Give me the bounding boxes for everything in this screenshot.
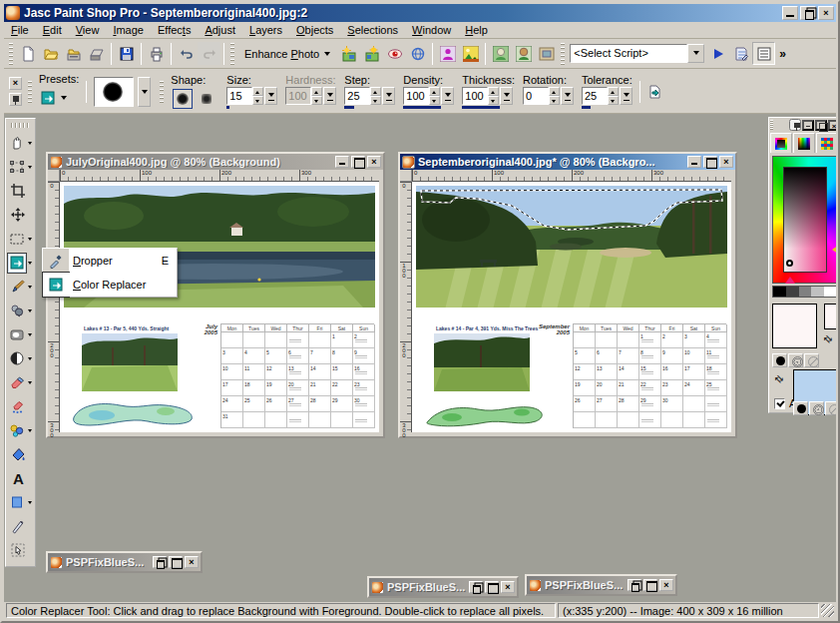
flyout-item-color-replacer[interactable]: Color Replacer xyxy=(43,273,177,297)
hardness-value[interactable]: 100 xyxy=(285,87,311,105)
step-slider-icon[interactable] xyxy=(382,87,395,105)
foreground-color-swatch[interactable] xyxy=(824,304,836,329)
september-window-titlebar[interactable]: Septemberoriginal400.jpg* @ 80% (Backgro… xyxy=(400,154,735,170)
chevron-down-icon[interactable] xyxy=(27,348,35,369)
preset-shapes-tool[interactable] xyxy=(7,492,27,513)
object-selector-tool[interactable] xyxy=(7,540,28,561)
pen-tool[interactable] xyxy=(7,516,28,537)
auto-enhance-icon[interactable] xyxy=(360,42,383,65)
maximize-icon[interactable] xyxy=(169,556,183,568)
select-script-value[interactable]: <Select Script> xyxy=(570,44,687,63)
colorful-landscape-icon[interactable] xyxy=(459,42,482,65)
menu-selections[interactable]: Selections xyxy=(340,22,405,38)
restore-icon[interactable] xyxy=(469,581,483,593)
foreground-material-swatch[interactable] xyxy=(772,304,817,348)
hue-edge-marker[interactable] xyxy=(827,245,836,255)
square-shape-icon[interactable] xyxy=(197,89,216,109)
spin-up-icon[interactable] xyxy=(549,87,560,96)
july-window-titlebar[interactable]: JulyOriginal400.jpg @ 80% (Background) × xyxy=(48,154,383,170)
selection-tool[interactable] xyxy=(7,229,27,250)
open-icon[interactable] xyxy=(39,42,62,65)
brush-tip-dropdown[interactable] xyxy=(138,77,151,107)
spin-up-icon[interactable] xyxy=(608,87,619,96)
clone-brush-tool[interactable] xyxy=(7,301,27,321)
gray-swatch[interactable] xyxy=(773,287,786,297)
grayscale-swatches[interactable] xyxy=(772,286,836,298)
spin-down-icon[interactable] xyxy=(311,96,322,105)
chevron-down-icon[interactable] xyxy=(27,253,35,274)
round-shape-icon[interactable] xyxy=(173,89,193,109)
brown-sphere-icon[interactable] xyxy=(512,42,535,65)
spin-up-icon[interactable] xyxy=(311,87,322,96)
edit-script-icon[interactable] xyxy=(729,42,752,65)
undo-icon[interactable] xyxy=(175,42,198,65)
swap-mouse-buttons-icon[interactable] xyxy=(643,80,666,103)
toolbar-grip[interactable] xyxy=(9,43,13,65)
menu-adjust[interactable]: Adjust xyxy=(198,22,242,38)
minimize-icon[interactable] xyxy=(802,120,814,131)
maximize-icon[interactable] xyxy=(703,156,717,168)
bg-color-style-icon[interactable] xyxy=(793,401,808,415)
maximize-icon[interactable] xyxy=(643,579,657,591)
chevron-down-icon[interactable] xyxy=(27,133,35,154)
import-icon[interactable] xyxy=(85,42,108,65)
select-script-combo[interactable]: <Select Script> xyxy=(570,44,704,63)
fg-gradient-style-icon[interactable] xyxy=(788,353,803,367)
restore-icon[interactable] xyxy=(628,579,641,591)
restore-icon[interactable] xyxy=(800,6,816,20)
flyout-item-dropper[interactable]: DropperE xyxy=(43,249,177,273)
menu-effects[interactable]: Effects xyxy=(151,22,198,38)
pin-palette-icon[interactable] xyxy=(9,93,22,106)
negative-person-icon[interactable] xyxy=(436,42,459,65)
saturation-square[interactable] xyxy=(783,167,827,273)
rainbow-tab[interactable] xyxy=(793,133,815,153)
enhance-photo-dropdown[interactable]: Enhance Photo xyxy=(237,43,337,65)
chevron-down-icon[interactable] xyxy=(27,420,35,441)
materials-header[interactable]: × xyxy=(769,118,836,132)
chevron-down-icon[interactable] xyxy=(687,44,704,63)
document-window-september[interactable]: Septemberoriginal400.jpg* @ 80% (Backgro… xyxy=(398,152,737,438)
gray-swatch[interactable] xyxy=(799,287,812,297)
density-slider-icon[interactable] xyxy=(441,87,454,105)
minimized-window-3[interactable]: PSPFixBlueS... × xyxy=(525,574,677,596)
auto-photo-fix-icon[interactable] xyxy=(337,42,360,65)
chevron-down-icon[interactable] xyxy=(27,301,35,321)
menu-view[interactable]: View xyxy=(69,22,107,38)
menu-objects[interactable]: Objects xyxy=(289,22,340,38)
palette-grip[interactable] xyxy=(770,120,773,130)
red-eye-icon[interactable] xyxy=(383,42,406,65)
print-icon[interactable] xyxy=(145,42,168,65)
run-script-icon[interactable] xyxy=(706,42,729,65)
menu-layers[interactable]: Layers xyxy=(242,22,289,38)
menu-window[interactable]: Window xyxy=(405,22,458,38)
fg-pattern-style-icon[interactable] xyxy=(804,353,819,367)
pin-palette-icon[interactable] xyxy=(789,119,801,131)
spin-down-icon[interactable] xyxy=(370,96,381,105)
chevron-down-icon[interactable] xyxy=(27,157,35,178)
size-value[interactable]: 15 xyxy=(226,87,252,105)
palette-grip[interactable] xyxy=(160,81,164,103)
background-eraser-tool[interactable] xyxy=(7,396,28,417)
close-icon[interactable]: × xyxy=(185,556,199,568)
swap-materials-icon[interactable] xyxy=(775,373,788,386)
minimized-window-2[interactable]: PSPFixBlueS... × xyxy=(367,576,519,598)
crop-tool[interactable] xyxy=(7,181,28,202)
thickness-value[interactable]: 100 xyxy=(462,87,488,105)
toolbar-grip[interactable] xyxy=(561,43,565,65)
chevron-down-icon[interactable] xyxy=(27,492,35,513)
rotation-slider-icon[interactable] xyxy=(561,87,574,105)
fg-color-style-icon[interactable] xyxy=(772,353,787,367)
menu-image[interactable]: Image xyxy=(106,22,151,38)
swap-colors-icon[interactable] xyxy=(824,333,836,346)
straighten-icon[interactable] xyxy=(406,42,429,65)
close-icon[interactable]: × xyxy=(818,6,834,20)
spin-up-icon[interactable] xyxy=(429,87,440,96)
minimize-icon[interactable] xyxy=(335,156,349,168)
minimize-icon[interactable] xyxy=(782,6,798,20)
frame-tab[interactable] xyxy=(770,133,792,153)
swatches-tab[interactable] xyxy=(816,133,836,153)
redo-icon[interactable] xyxy=(198,42,220,65)
title-bar[interactable]: Jasc Paint Shop Pro - Septemberoriginal4… xyxy=(4,4,836,22)
dodge-tool[interactable] xyxy=(7,324,27,345)
menu-help[interactable]: Help xyxy=(458,22,495,38)
